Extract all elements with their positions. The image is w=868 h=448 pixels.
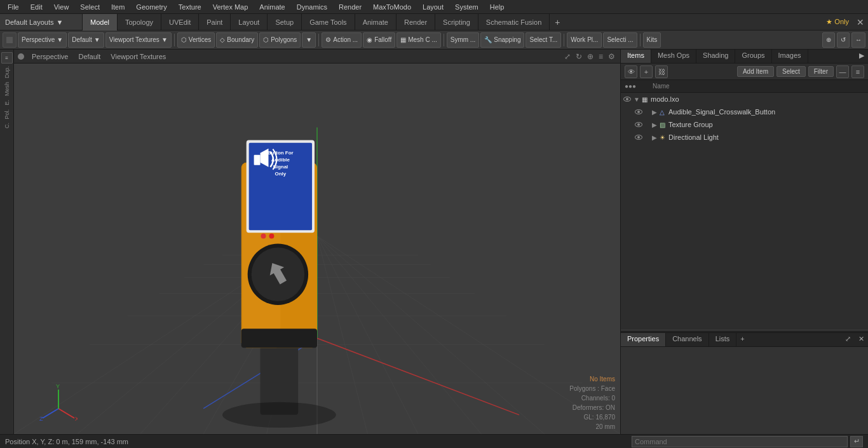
- viewport-textures-label[interactable]: Viewport Textures: [108, 53, 168, 60]
- menu-layout[interactable]: Layout: [417, 2, 449, 12]
- item-row[interactable]: ▶ △ Audible_Signal_Crosswalk_Button: [621, 105, 868, 118]
- tool-polygons[interactable]: ⬡ Polygons: [259, 32, 301, 48]
- item-vis-3[interactable]: [634, 132, 644, 142]
- menu-maxtomodo[interactable]: MaxToModo: [368, 2, 416, 12]
- nav-btn-2[interactable]: ↺: [837, 32, 850, 48]
- viewport-ctrl-settings[interactable]: ⚙: [607, 52, 616, 61]
- layout-dropdown[interactable]: Default Layouts ▼: [0, 14, 83, 30]
- tab-render[interactable]: Render: [397, 14, 435, 31]
- layout-tab-add[interactable]: +: [550, 14, 565, 31]
- tab-setup[interactable]: Setup: [268, 14, 302, 31]
- tool-vertices[interactable]: ⬡ Vertices: [177, 32, 215, 48]
- items-minus-btn[interactable]: —: [836, 65, 849, 78]
- menu-select[interactable]: Select: [75, 2, 105, 12]
- expand-icon-1[interactable]: ▶: [651, 109, 658, 115]
- layout-close[interactable]: ✕: [853, 17, 868, 27]
- tab-animate[interactable]: Animate: [355, 14, 397, 31]
- viewport-type-label[interactable]: Perspective: [29, 53, 71, 60]
- viewport-ctrl-more[interactable]: ≡: [597, 52, 604, 61]
- tab-lists[interactable]: Lists: [709, 333, 737, 346]
- tab-topology[interactable]: Topology: [118, 14, 161, 31]
- tool-viewport-textures[interactable]: Viewport Textures ▼: [105, 32, 172, 48]
- menu-edit[interactable]: Edit: [25, 2, 48, 12]
- items-eye-btn[interactable]: 👁: [625, 65, 637, 78]
- tool-selecti[interactable]: Selecti ...: [603, 32, 637, 48]
- tool-action[interactable]: ⚙ Action ...: [322, 32, 362, 48]
- tab-groups[interactable]: Groups: [735, 50, 771, 63]
- tab-schematic-fusion[interactable]: Schematic Fusion: [478, 14, 550, 31]
- menu-render[interactable]: Render: [334, 2, 367, 12]
- menu-vertex-map[interactable]: Vertex Map: [208, 2, 254, 12]
- tool-symm[interactable]: Symm ...: [447, 32, 479, 48]
- menu-system[interactable]: System: [450, 2, 484, 12]
- tab-items[interactable]: Items: [621, 50, 651, 63]
- item-vis-2[interactable]: [634, 119, 644, 130]
- item-row[interactable]: ▶ ☀ Directional Light: [621, 131, 868, 144]
- item-vis-1[interactable]: [634, 107, 644, 117]
- tool-viewport-type[interactable]: [3, 32, 17, 48]
- tool-falloff[interactable]: ◉ Falloff: [363, 32, 395, 48]
- menu-help[interactable]: Help: [485, 2, 510, 12]
- items-add-btn[interactable]: +: [640, 65, 653, 78]
- bottom-content: [621, 347, 868, 434]
- polygons-info: Polygons : Face: [569, 384, 615, 393]
- menu-geometry[interactable]: Geometry: [131, 2, 172, 12]
- tool-mesh-c[interactable]: ▦ Mesh C ...: [397, 32, 441, 48]
- viewport-ctrl-zoom[interactable]: ⊕: [586, 52, 595, 61]
- viewport-ctrl-rotate[interactable]: ↻: [574, 52, 583, 61]
- viewport-canvas[interactable]: Button For Audible Signal Only No: [14, 64, 620, 434]
- tab-layout[interactable]: Layout: [231, 14, 268, 31]
- tab-channels[interactable]: Channels: [666, 333, 709, 346]
- tab-properties[interactable]: Properties: [621, 333, 666, 346]
- tab-images[interactable]: Images: [772, 50, 808, 63]
- menu-item[interactable]: Item: [106, 2, 130, 12]
- sidebar-label-mesh: Mesh: [3, 81, 11, 97]
- filter-button[interactable]: Filter: [808, 66, 834, 77]
- col-name-header: Name: [650, 83, 864, 90]
- tool-boundary[interactable]: ◇ Boundary: [216, 32, 258, 48]
- item-row[interactable]: ▼ ▦ modo.lxo: [621, 93, 868, 105]
- bottom-expand-btn[interactable]: ⤢: [841, 333, 855, 346]
- tab-scripting[interactable]: Scripting: [435, 14, 478, 31]
- command-enter-btn[interactable]: ↵: [850, 436, 863, 447]
- select-button[interactable]: Select: [776, 66, 806, 77]
- expand-icon-3[interactable]: ▶: [651, 134, 658, 140]
- menu-texture[interactable]: Texture: [173, 2, 207, 12]
- tab-game-tools[interactable]: Game Tools: [302, 14, 355, 31]
- expand-icon-0[interactable]: ▼: [634, 96, 640, 102]
- item-row[interactable]: ▶ ▨ Texture Group: [621, 118, 868, 131]
- tool-snapping[interactable]: 🔧 Snapping: [480, 32, 524, 48]
- item-vis-0[interactable]: [622, 94, 632, 104]
- tab-mesh-ops[interactable]: Mesh Ops: [651, 50, 696, 63]
- bottom-tab-add[interactable]: +: [736, 333, 748, 346]
- svg-text:Button For: Button For: [268, 150, 294, 156]
- tool-kits[interactable]: Kits: [643, 32, 661, 48]
- nav-btn-1[interactable]: ⊕: [822, 32, 835, 48]
- tool-work-pl[interactable]: Work Pl...: [567, 32, 602, 48]
- menu-animate[interactable]: Animate: [254, 2, 290, 12]
- items-link-btn[interactable]: ⛓: [655, 65, 668, 78]
- tab-model[interactable]: Model: [83, 14, 118, 31]
- menu-view[interactable]: View: [49, 2, 74, 12]
- add-item-button[interactable]: Add Item: [737, 66, 774, 77]
- tool-select-t[interactable]: Select T...: [526, 32, 561, 48]
- sidebar-toggle-1[interactable]: ≡: [1, 52, 13, 64]
- command-input[interactable]: [632, 436, 848, 447]
- viewport-default-label[interactable]: Default: [76, 53, 103, 60]
- items-settings-btn[interactable]: ≡: [851, 65, 864, 78]
- tool-perspective[interactable]: Perspective ▼: [18, 32, 67, 48]
- expand-icon-2[interactable]: ▶: [651, 121, 658, 128]
- nav-btn-3[interactable]: ↔: [851, 32, 865, 48]
- viewport[interactable]: Perspective Default Viewport Textures ⤢ …: [14, 50, 620, 434]
- tool-mode-dropdown[interactable]: ▼: [302, 32, 316, 48]
- right-tab-more[interactable]: ▶: [855, 50, 868, 63]
- tool-default[interactable]: Default ▼: [68, 32, 104, 48]
- menu-dynamics[interactable]: Dynamics: [292, 2, 332, 12]
- tab-paint[interactable]: Paint: [199, 14, 231, 31]
- bottom-close-btn[interactable]: ✕: [855, 333, 868, 346]
- menu-file[interactable]: File: [3, 2, 24, 12]
- tab-shading[interactable]: Shading: [696, 50, 735, 63]
- viewport-dot[interactable]: [18, 53, 24, 60]
- viewport-ctrl-fit[interactable]: ⤢: [563, 52, 572, 61]
- tab-uvedit[interactable]: UVEdit: [161, 14, 199, 31]
